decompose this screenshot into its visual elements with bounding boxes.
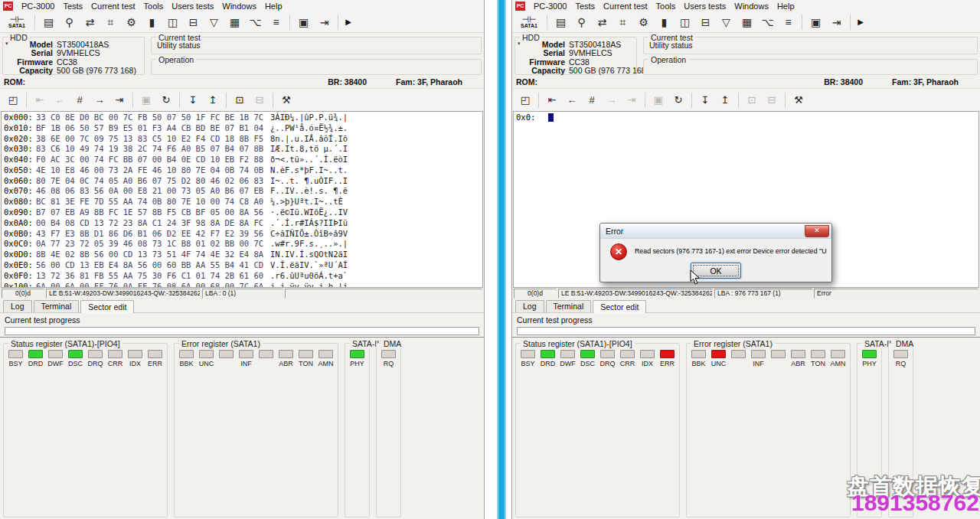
- prev-sector-icon[interactable]: ←: [50, 91, 70, 109]
- hex-row[interactable]: 0x0D0:8B 4E 02 8B 56 00 CD 13 73 51 4F 7…: [4, 250, 482, 260]
- hex-ascii[interactable]: .´.Í.r#IÁ$?IIÞIü: [270, 218, 348, 227]
- export-icon[interactable]: ⊟: [183, 14, 204, 31]
- save-file-icon[interactable]: ↥: [715, 91, 735, 109]
- rom-chip-icon[interactable]: ▮: [654, 14, 675, 31]
- modules-icon[interactable]: ◫: [675, 14, 695, 31]
- hex-bytes[interactable]: B7 07 EB A9 8B FC 1E 57 8B F5 CB BF 05 0…: [36, 207, 270, 218]
- hex-row[interactable]: 0x0C0:0A 77 23 72 05 39 46 08 73 1C B8 0…: [4, 239, 482, 250]
- menu-item[interactable]: Tools: [656, 2, 676, 11]
- save-sector-icon[interactable]: ▣: [136, 91, 156, 109]
- menu-item[interactable]: Windows: [222, 2, 256, 11]
- port-change-icon[interactable]: ⇄: [592, 14, 612, 31]
- expander-icon[interactable]: ▾: [518, 41, 521, 47]
- defect-table-icon[interactable]: ▦: [224, 14, 245, 31]
- export-icon[interactable]: ⊟: [695, 14, 716, 31]
- menu-item[interactable]: Help: [265, 2, 283, 11]
- hex-editor[interactable]: 0x000:33 C0 8E D0 BC 00 7C FB 50 07 50 1…: [1, 111, 483, 288]
- hex-ascii[interactable]: 3ÀIÐ¼.|ûP.P.ü¾.|: [270, 113, 348, 122]
- status-report-icon[interactable]: ▤: [550, 14, 571, 31]
- menu-item[interactable]: Users tests: [172, 2, 214, 11]
- modules-icon[interactable]: ◫: [162, 14, 183, 31]
- filter-icon[interactable]: ▽: [204, 14, 224, 31]
- hex-row[interactable]: 0x090:B7 07 EB A9 8B FC 1E 57 8B F5 CB B…: [4, 207, 482, 218]
- menu-item[interactable]: Tests: [575, 2, 595, 11]
- tools-icon[interactable]: ⚒: [276, 91, 296, 109]
- hex-bytes[interactable]: 0A 77 23 72 05 39 46 08 73 1C B8 01 02 B…: [36, 239, 270, 250]
- hex-ascii[interactable]: .r6.ûUªu0öÁ.t+a`: [270, 271, 348, 280]
- hex-ascii[interactable]: ·.ë©Iü.WIõË¿..IV: [270, 207, 348, 217]
- hex-row[interactable]: 0x060:80 7E 04 0C 74 05 A0 B6 07 75 D2 8…: [4, 176, 482, 187]
- password-key-icon[interactable]: ⚲: [59, 14, 80, 31]
- hex-ascii[interactable]: N.èF.s*þF.I~..t.: [270, 165, 348, 175]
- hex-bytes[interactable]: 4E 10 E8 46 00 73 2A FE 46 10 80 7E 04 0…: [36, 165, 270, 176]
- hex-bytes[interactable]: 33 C0 8E D0 BC 00 7C FB 50 07 50 1F FC B…: [36, 113, 270, 123]
- hex-ascii[interactable]: IN.IV.Í.sQOtN2äI: [270, 250, 348, 259]
- menu-item[interactable]: Tests: [63, 2, 83, 11]
- paste-icon[interactable]: ⊟: [250, 91, 270, 109]
- hex-row[interactable]: 0x010:BF 1B 06 50 57 B9 E5 01 F3 A4 CB B…: [4, 123, 482, 134]
- paste-icon[interactable]: ⊟: [762, 91, 782, 109]
- expander-icon[interactable]: ▾: [5, 41, 8, 47]
- hex-bytes[interactable]: 46 08 06 83 56 0A 00 E8 21 00 73 05 A0 B…: [36, 186, 270, 197]
- hex-row[interactable]: 0x050:4E 10 E8 46 00 73 2A FE 46 10 80 7…: [4, 165, 482, 176]
- baud-rate-icon[interactable]: ⌗: [100, 14, 121, 31]
- refresh-icon[interactable]: ↻: [156, 91, 176, 109]
- dialog-title-bar[interactable]: Error ✕: [600, 224, 831, 239]
- menu-item[interactable]: PC-3000: [534, 2, 567, 11]
- hex-bytes[interactable]: 83 C6 10 49 74 19 38 2C 74 F6 A0 B5 07 B…: [36, 144, 270, 155]
- next-sector-icon[interactable]: →: [90, 91, 109, 109]
- hex-bytes[interactable]: 00 B4 08 CD 13 72 23 8A C1 24 3F 98 8A D…: [36, 218, 270, 229]
- hex-ascii[interactable]: I~..t. ¶.uÒIF..I: [270, 176, 348, 185]
- read-sector-icon[interactable]: ◰: [3, 91, 23, 109]
- hex-ascii[interactable]: ð¬<.tü»..´.Í.ëòI: [270, 155, 348, 164]
- next-sector-icon[interactable]: →: [602, 91, 622, 109]
- exit-icon[interactable]: ⇥: [314, 14, 335, 31]
- menu-item[interactable]: Users tests: [684, 2, 726, 11]
- scheme-icon[interactable]: ⌥: [245, 14, 266, 31]
- menu-item[interactable]: Current test: [603, 2, 647, 11]
- save-sector-icon[interactable]: ▣: [648, 91, 668, 109]
- cascade-windows-icon[interactable]: ▣: [293, 14, 314, 31]
- read-sector-icon[interactable]: ◰: [515, 91, 535, 109]
- hex-ascii[interactable]: ¿..PW¹å.ó¤Ë½¾.±.: [270, 123, 348, 132]
- hex-ascii[interactable]: .w#r.9F.s.¸..».|: [270, 239, 348, 248]
- hex-bytes[interactable]: F0 AC 3C 00 74 FC BB 07 00 B4 0E CD 10 E…: [36, 155, 270, 165]
- toolbar-overflow-arrow[interactable]: ▶: [341, 14, 355, 31]
- device-button-sata1[interactable]: ⊣⊢ SATA1: [514, 15, 544, 29]
- hex-ascii[interactable]: j.j.ÿv.ÿv.j.h.|j: [270, 282, 348, 289]
- refresh-icon[interactable]: ↻: [668, 91, 688, 109]
- tab-log[interactable]: Log: [3, 300, 32, 312]
- hex-bytes[interactable]: 56 00 CD 13 EB E4 8A 56 00 60 BB AA 55 B…: [36, 260, 270, 271]
- hex-ascii[interactable]: V.Í.ëäIV.`»ªU´AÍ: [270, 260, 348, 269]
- hex-ascii[interactable]: 8n.|.u.IÅ.âôÍ.Iõ: [270, 134, 348, 143]
- tab-sector-edit[interactable]: Sector edit: [593, 300, 646, 313]
- menu-item[interactable]: Windows: [734, 2, 769, 11]
- hex-row[interactable]: 0x0E0:56 00 CD 13 EB E4 8A 56 00 60 BB A…: [4, 260, 482, 271]
- hex-bytes[interactable]: 43 F7 E3 8B D1 86 D6 B1 06 D2 EE 42 F7 E…: [36, 229, 270, 240]
- password-key-icon[interactable]: ⚲: [571, 14, 592, 31]
- prev-sector-icon[interactable]: ←: [562, 91, 582, 109]
- copy-icon[interactable]: ⊡: [230, 91, 250, 109]
- hex-row[interactable]: 0x040:F0 AC 3C 00 74 FC BB 07 00 B4 0E C…: [4, 155, 482, 165]
- hex-bytes[interactable]: BF 1B 06 50 57 B9 E5 01 F3 A4 CB BD BE 0…: [36, 123, 270, 134]
- goto-sector-icon[interactable]: #: [70, 91, 90, 109]
- tab-terminal[interactable]: Terminal: [34, 300, 80, 312]
- hex-row[interactable]: 0x0:: [516, 113, 978, 123]
- tab-sector-edit[interactable]: Sector edit: [80, 300, 134, 313]
- filter-icon[interactable]: ▽: [716, 14, 737, 31]
- save-file-icon[interactable]: ↥: [203, 91, 223, 109]
- first-sector-icon[interactable]: ⇤: [30, 91, 50, 109]
- hex-row[interactable]: 0x0B0:43 F7 E3 8B D1 86 D6 B1 06 D2 EE 4…: [4, 229, 482, 240]
- device-button-sata1[interactable]: ⊣⊢ SATA1: [2, 15, 31, 29]
- service-mode-icon[interactable]: ⚙: [121, 14, 142, 31]
- hex-row[interactable]: 0x020:38 6E 00 7C 09 75 13 83 C5 10 E2 F…: [4, 134, 482, 145]
- cascade-windows-icon[interactable]: ▣: [805, 14, 826, 31]
- menu-item[interactable]: PC-3000: [21, 2, 54, 11]
- tools-icon[interactable]: ⚒: [789, 91, 808, 109]
- hex-bytes[interactable]: 8B 4E 02 8B 56 00 CD 13 73 51 4F 74 4E 3…: [36, 250, 270, 260]
- copy-icon[interactable]: ⊡: [742, 91, 762, 109]
- rom-chip-icon[interactable]: ▮: [142, 14, 162, 31]
- hex-ascii[interactable]: ¼.>þ}Uªt.I~..tÈ: [270, 197, 348, 206]
- hex-ascii[interactable]: F..IV..è!.s. ¶.ë: [270, 186, 348, 195]
- hex-bytes[interactable]: 6A 00 6A 00 FF 76 0A FF 76 08 6A 00 68 0…: [36, 282, 270, 289]
